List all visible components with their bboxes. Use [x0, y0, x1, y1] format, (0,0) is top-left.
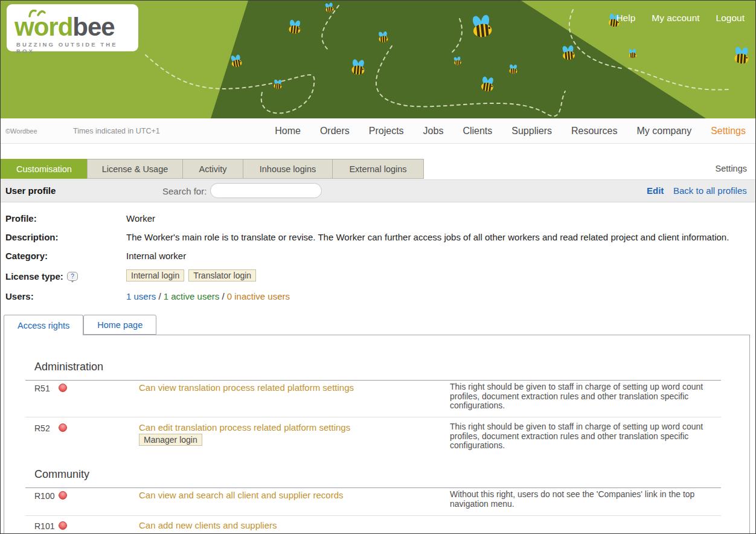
back-to-all-profiles-link[interactable]: Back to all profiles: [673, 185, 747, 196]
right-description: Without this right, users do not see the…: [450, 490, 725, 509]
access-denied-icon: [59, 491, 67, 500]
divider: [25, 487, 721, 488]
nav-suppliers[interactable]: Suppliers: [511, 126, 552, 137]
search-label: Search for:: [162, 186, 207, 196]
search-input[interactable]: [210, 183, 322, 198]
users-label: Users:: [5, 291, 34, 301]
users-links: 1 users / 1 active users / 0 inactive us…: [126, 291, 290, 301]
license-badges: Internal loginTranslator login: [126, 269, 260, 281]
nav-orders[interactable]: Orders: [320, 126, 350, 137]
right-link[interactable]: Can add new clients and suppliers: [139, 520, 444, 530]
tab-license-usage[interactable]: License & Usage: [87, 159, 183, 179]
profile-header-bar: User profile Search for: Edit Back to al…: [1, 179, 756, 202]
right-code: R51: [34, 384, 50, 393]
logo-tagline: BUZZING OUTSIDE THE BOX: [16, 41, 138, 54]
profile-subtabs: Access rights Home page: [4, 315, 156, 335]
inactive-users-link[interactable]: 0 inactive users: [227, 291, 290, 301]
tab-inhouse-logins[interactable]: Inhouse logins: [243, 159, 333, 179]
tab-activity[interactable]: Activity: [182, 159, 243, 179]
right-link[interactable]: Can view translation process related pla…: [139, 382, 444, 393]
nav-resources[interactable]: Resources: [571, 126, 617, 137]
settings-tabs: Customisation License & Usage Activity I…: [1, 159, 424, 179]
divider: [25, 417, 721, 417]
wordbee-settings-page: wordbee BUZZING OUTSIDE THE BOX Help My …: [0, 0, 756, 534]
timezone-note: Times indicated in UTC+1: [73, 127, 160, 135]
nav-projects[interactable]: Projects: [369, 126, 404, 137]
license-badge-translator: Translator login: [188, 269, 256, 281]
license-type-label: License type:: [5, 271, 63, 281]
nav-settings[interactable]: Settings: [711, 126, 746, 137]
right-badge: Manager login: [139, 434, 207, 446]
nav-jobs[interactable]: Jobs: [423, 126, 444, 137]
section-title-administration: Administration: [34, 361, 103, 373]
profile-value: Worker: [126, 213, 155, 224]
help-tooltip-icon[interactable]: ?: [67, 272, 78, 281]
divider: [25, 515, 721, 516]
description-value: The Worker's main role is to translate o…: [126, 232, 729, 242]
tab-customisation[interactable]: Customisation: [1, 159, 88, 179]
tab-external-logins[interactable]: External logins: [332, 159, 424, 179]
access-rights-panel: Administration R51 Can view translation …: [4, 335, 750, 534]
page-title: User profile: [5, 185, 56, 196]
tab-home-page[interactable]: Home page: [83, 315, 156, 335]
logo-antennae-icon: [27, 7, 48, 18]
category-value: Internal worker: [126, 251, 186, 261]
nav-home[interactable]: Home: [275, 126, 301, 137]
wordbee-logo[interactable]: wordbee BUZZING OUTSIDE THE BOX: [7, 4, 138, 51]
top-navigation: ©Wordbee Times indicated in UTC+1 Home O…: [1, 118, 756, 144]
section-title-community: Community: [34, 468, 89, 481]
right-link[interactable]: Can edit translation process related pla…: [139, 422, 444, 433]
nav-clients[interactable]: Clients: [463, 126, 492, 137]
category-label: Category:: [5, 251, 48, 261]
help-link[interactable]: Help: [616, 13, 635, 24]
logout-link[interactable]: Logout: [716, 13, 745, 24]
description-label: Description:: [5, 232, 59, 242]
tab-access-rights[interactable]: Access rights: [4, 315, 83, 335]
my-account-link[interactable]: My account: [652, 13, 699, 24]
separator: /: [158, 291, 161, 301]
banner: wordbee BUZZING OUTSIDE THE BOX Help My …: [1, 1, 756, 118]
right-description: This right should be given to staff in c…: [450, 422, 725, 451]
access-denied-icon: [59, 423, 67, 432]
breadcrumb-settings: Settings: [716, 164, 747, 173]
separator: /: [222, 291, 224, 301]
access-denied-icon: [59, 384, 67, 392]
active-users-link[interactable]: 1 active users: [164, 291, 220, 301]
license-badge-internal: Internal login: [126, 269, 184, 281]
right-link[interactable]: Can view and search all client and suppl…: [139, 490, 444, 500]
banner-links: Help My account Logout: [616, 13, 745, 24]
edit-link[interactable]: Edit: [647, 185, 664, 196]
nav-my-company[interactable]: My company: [636, 126, 691, 137]
right-code: R100: [34, 491, 54, 501]
divider: [25, 380, 721, 381]
right-description: This right should be given to staff in c…: [450, 382, 725, 411]
copyright-label: ©Wordbee: [5, 127, 37, 135]
right-code: R52: [34, 423, 50, 433]
right-code: R101: [34, 521, 54, 531]
users-count-link[interactable]: 1 users: [126, 291, 156, 301]
main-menu: Home Orders Projects Jobs Clients Suppli…: [275, 118, 746, 144]
profile-label: Profile:: [5, 213, 37, 224]
access-denied-icon: [59, 521, 67, 530]
manager-login-badge: Manager login: [139, 434, 202, 446]
